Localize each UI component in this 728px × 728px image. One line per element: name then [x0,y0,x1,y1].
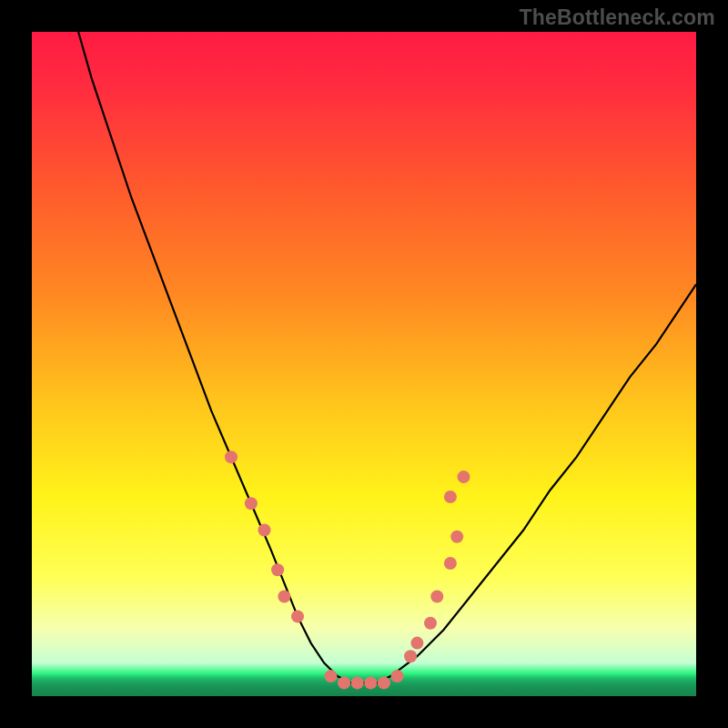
highlight-dot [424,617,437,630]
watermark-label: TheBottleneck.com [519,5,715,30]
plot-outer [32,32,696,696]
highlight-dot [444,557,457,570]
highlight-dot [291,610,304,622]
highlight-dot [278,591,290,603]
highlight-dot [444,490,457,503]
chart-frame: TheBottleneck.com [0,0,728,728]
gradient-background [32,32,696,696]
highlight-dot [325,670,338,682]
highlight-dot [258,524,271,537]
highlight-dot [391,670,404,682]
highlight-dot [351,676,364,689]
highlight-dot [271,563,284,576]
highlight-dot [430,591,443,603]
highlight-dot [404,650,417,662]
highlight-dot [364,676,377,689]
highlight-dot [338,676,350,689]
highlight-dot [225,450,238,463]
plot-svg [32,32,696,696]
highlight-dot [450,531,463,543]
highlight-dot [458,470,470,483]
highlight-dot [410,637,423,650]
highlight-dot [378,676,390,689]
highlight-dot [245,497,258,510]
